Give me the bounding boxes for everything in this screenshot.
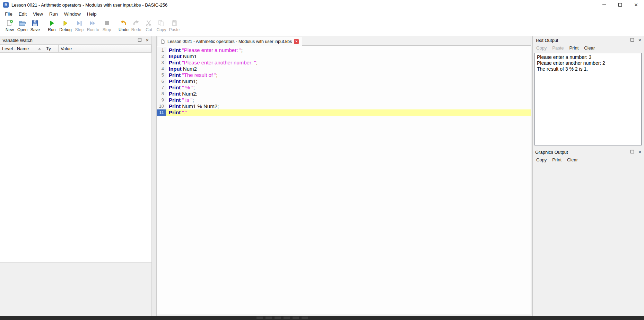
menu-help[interactable]: Help	[84, 10, 100, 18]
code-text: Print " % ";	[166, 85, 531, 91]
line-number: 7	[157, 85, 166, 91]
line-number: 10	[157, 103, 166, 109]
stop-icon	[103, 19, 111, 27]
taskbar-icons	[256, 317, 308, 319]
paste-clipboard-icon	[171, 19, 178, 27]
code-line[interactable]: 11Print "."	[157, 109, 531, 116]
cut-button: Cut	[142, 19, 155, 33]
code-area[interactable]: 1Print "Please enter a number: ";2Input …	[157, 46, 531, 314]
code-line[interactable]: 4Input Num2	[157, 66, 531, 72]
column-header-level-name[interactable]: Level - Name	[0, 45, 44, 53]
graphics-output-clear-button[interactable]: Clear	[564, 157, 581, 162]
menu-window[interactable]: Window	[61, 10, 84, 18]
stop-button: Stop	[101, 19, 113, 33]
undo-button[interactable]: Undo	[117, 19, 130, 33]
cut-scissors-icon	[145, 19, 153, 27]
code-token: ;	[193, 85, 195, 90]
code-token: Print	[169, 72, 181, 78]
copy-button: Copy	[155, 19, 167, 33]
redo-button: Redo	[130, 19, 143, 33]
code-token: Num2	[182, 66, 197, 72]
basic256-window: B Lesson 0021 - Arithmetic operators - M…	[0, 0, 644, 320]
debug-button[interactable]: Debug	[58, 19, 73, 33]
float-panel-button[interactable]	[137, 37, 142, 42]
code-text: Print "The result of ";	[166, 72, 531, 78]
menu-view[interactable]: View	[30, 10, 46, 18]
step-button: Step	[73, 19, 86, 33]
code-token: Print	[169, 85, 181, 90]
code-text: Print Num1;	[166, 78, 531, 85]
text-output-print-button[interactable]: Print	[567, 45, 582, 51]
code-token: Print	[169, 109, 181, 115]
code-line[interactable]: 2Input Num1	[157, 53, 531, 60]
open-button[interactable]: Open	[16, 19, 29, 33]
run-to-icon	[89, 19, 97, 27]
new-button[interactable]: New	[3, 19, 16, 33]
save-button[interactable]: Save	[29, 19, 41, 33]
sort-indicator-icon	[38, 48, 41, 50]
code-line[interactable]: 8Print Num2;	[157, 91, 531, 97]
step-icon	[76, 19, 83, 27]
close-button[interactable]: ×	[628, 0, 644, 10]
line-number: 3	[157, 60, 166, 66]
variable-watch-list[interactable]	[0, 53, 151, 263]
text-output-title: Text Output	[535, 38, 558, 43]
menu-file[interactable]: File	[2, 10, 16, 18]
code-line[interactable]: 6Print Num1;	[157, 78, 531, 85]
close-panel-button[interactable]: ×	[637, 149, 642, 154]
code-token: Input	[169, 53, 182, 59]
new-icon	[6, 19, 14, 27]
code-token: Print	[169, 47, 181, 53]
editor-tab-label: Lesson 0021 - Arithmetic operators - Mod…	[167, 39, 292, 44]
variable-watch-header: Variable Watch ×	[0, 36, 151, 44]
column-header-type[interactable]: Ty	[44, 45, 59, 53]
code-token: Print	[169, 91, 181, 97]
close-panel-button[interactable]: ×	[145, 37, 150, 42]
code-line[interactable]: 1Print "Please enter a number: ";	[157, 47, 531, 53]
float-panel-button[interactable]	[630, 149, 635, 154]
line-number: 4	[157, 66, 166, 72]
code-token: Print	[169, 103, 181, 109]
line-number: 2	[157, 53, 166, 60]
code-token: Num1;	[181, 78, 197, 84]
code-text: Input Num2	[166, 66, 531, 72]
code-line[interactable]: 10Print Num1 % Num2;	[157, 103, 531, 109]
text-output-area[interactable]: Please enter a number: 3 Please enter an…	[534, 53, 642, 145]
code-line[interactable]: 3Print "Please enter another number: ";	[157, 60, 531, 66]
titlebar: B Lesson 0021 - Arithmetic operators - M…	[0, 0, 644, 10]
output-line: Please enter another number: 2	[537, 60, 639, 66]
text-output-header: Text Output ×	[533, 36, 644, 44]
editor-tab[interactable]: Lesson 0021 - Arithmetic operators - Mod…	[157, 37, 302, 46]
copy-icon	[157, 19, 165, 27]
window-controls: ×	[596, 0, 644, 10]
code-token: Num1	[182, 53, 197, 59]
graphics-output-print-button[interactable]: Print	[549, 157, 564, 162]
toolbar: New Open Save Run Debug Step Run to	[0, 18, 644, 36]
open-folder-icon	[19, 19, 26, 27]
code-line[interactable]: 5Print "The result of ";	[157, 72, 531, 78]
menu-edit[interactable]: Edit	[16, 10, 30, 18]
graphics-output-copy-button[interactable]: Copy	[533, 157, 549, 162]
panel-splitter[interactable]	[151, 36, 157, 316]
code-line[interactable]: 7Print " % ";	[157, 85, 531, 91]
tab-close-button[interactable]: ×	[294, 39, 299, 44]
column-header-value[interactable]: Value	[59, 45, 151, 53]
code-text: Print Num1 % Num2;	[166, 103, 531, 109]
run-button[interactable]: Run	[45, 19, 58, 33]
code-token: Print	[169, 60, 181, 65]
close-icon: ×	[146, 37, 149, 43]
maximize-button[interactable]	[612, 0, 628, 10]
code-token: ;	[216, 72, 218, 78]
text-output-clear-button[interactable]: Clear	[581, 45, 598, 51]
line-number: 9	[157, 97, 166, 103]
code-line[interactable]: 9Print " is ";	[157, 97, 531, 103]
variable-watch-title: Variable Watch	[2, 38, 33, 43]
text-output-paste-button: Paste	[549, 45, 566, 51]
code-token: Print	[169, 78, 181, 84]
float-panel-button[interactable]	[630, 37, 635, 42]
close-panel-button[interactable]: ×	[637, 37, 642, 42]
code-token: "."	[182, 109, 187, 115]
code-token: Print	[169, 97, 181, 103]
minimize-button[interactable]	[596, 0, 612, 10]
menu-run[interactable]: Run	[46, 10, 61, 18]
